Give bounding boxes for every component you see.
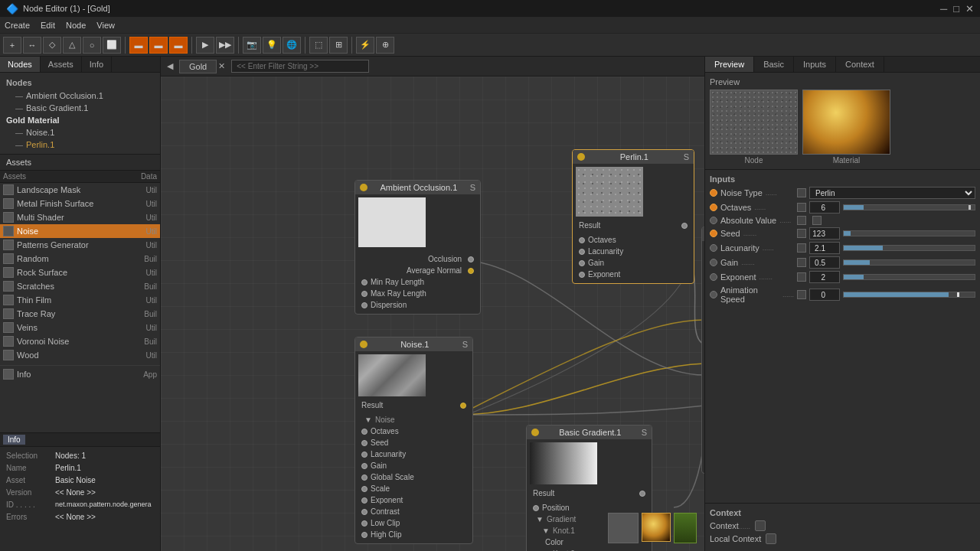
tab-context[interactable]: Context [836, 57, 884, 72]
menu-create[interactable]: Create [5, 21, 30, 30]
toolbar-scale[interactable]: △ [63, 37, 81, 54]
local-context-check[interactable] [766, 533, 776, 544]
toolbar-render2[interactable]: ▬ [149, 37, 168, 54]
toolbar-render3[interactable]: ▬ [169, 37, 188, 54]
anim-speed-check[interactable] [797, 290, 806, 299]
tab-info[interactable]: Info [82, 57, 112, 72]
toolbar-move[interactable]: ↔ [23, 37, 41, 54]
node-canvas[interactable]: Perlin.1 S Result Octaves [161, 77, 704, 551]
tree-item-ao[interactable]: — Ambient Occlusion.1 [0, 90, 160, 102]
anim-speed-input[interactable] [809, 289, 840, 301]
toolbar-rotate[interactable]: ○ [83, 37, 101, 54]
toolbar-render1[interactable]: ▬ [129, 37, 148, 54]
noise-node[interactable]: Noise.1 S Result ▼ Noise [354, 337, 473, 544]
thumb-3[interactable] [674, 513, 697, 543]
noise-globalscale-port[interactable] [361, 474, 368, 481]
menu-edit[interactable]: Edit [41, 21, 55, 30]
lacunarity-slider[interactable] [843, 245, 975, 251]
asset-voronoi[interactable]: Voronoi Noise Buil [0, 334, 160, 348]
toolbar-env[interactable]: 🌐 [283, 37, 301, 54]
noise-lowclip-port[interactable] [361, 520, 368, 527]
absolute-checkbox[interactable] [812, 216, 822, 225]
perlin-result-port[interactable] [681, 223, 688, 229]
close-button[interactable]: ✕ [965, 3, 974, 15]
info-tab[interactable]: Info [3, 435, 25, 445]
toolbar-add[interactable]: + [3, 37, 21, 54]
lacunarity-check[interactable] [797, 243, 806, 253]
perlin-node[interactable]: Perlin.1 S Result Octaves [572, 149, 694, 284]
absolute-check[interactable] [797, 216, 806, 225]
gain-input[interactable] [809, 256, 840, 269]
octaves-slider[interactable] [843, 204, 975, 210]
canvas-tab-gold[interactable]: Gold [179, 60, 217, 73]
asset-info[interactable]: Info App [0, 365, 160, 381]
asset-thin-film[interactable]: Thin Film Util [0, 293, 160, 307]
ao-occlusion-port[interactable] [468, 256, 474, 262]
minimize-button[interactable]: ─ [940, 3, 947, 15]
noise-gain-port[interactable] [361, 463, 368, 469]
noise-highclip-port[interactable] [361, 532, 368, 538]
toolbar-object[interactable]: ⬜ [103, 37, 121, 54]
menu-node[interactable]: Node [66, 21, 86, 30]
noise-result-port[interactable] [460, 403, 466, 409]
ao-dispersion-port[interactable] [361, 302, 368, 308]
toolbar-play[interactable]: ▶ [196, 37, 214, 54]
toolbar-align[interactable]: ⊕ [376, 37, 394, 54]
gradient-expand[interactable]: S [642, 428, 647, 437]
toolbar-snap[interactable]: ⚡ [356, 37, 374, 54]
asset-multi-shader[interactable]: Multi Shader Util [0, 210, 160, 224]
tab-inputs[interactable]: Inputs [794, 57, 836, 72]
octaves-input[interactable] [809, 201, 840, 214]
tab-nodes[interactable]: Nodes [0, 57, 41, 72]
thumb-2[interactable] [642, 513, 671, 542]
gradient-position-port[interactable] [533, 505, 539, 511]
seed-slider[interactable] [843, 230, 975, 236]
ao-expand[interactable]: S [470, 183, 475, 192]
noise-lacunarity-port[interactable] [361, 452, 368, 458]
tab-assets[interactable]: Assets [41, 57, 82, 72]
exponent-input[interactable] [809, 271, 840, 283]
exponent-slider[interactable] [843, 274, 975, 280]
noise-octaves-port[interactable] [361, 429, 368, 435]
perlin-expand[interactable]: S [684, 152, 689, 161]
asset-patterns[interactable]: Patterns Generator Util [0, 238, 160, 252]
perlin-gain-port[interactable] [579, 260, 585, 266]
asset-random[interactable]: Random Buil [0, 252, 160, 266]
menu-view[interactable]: View [96, 21, 115, 30]
asset-noise[interactable]: Noise Util [0, 224, 160, 238]
seed-check[interactable] [797, 229, 806, 238]
perlin-octaves-port[interactable] [579, 237, 585, 243]
noise-contrast-port[interactable] [361, 509, 368, 515]
asset-rock-surface[interactable]: Rock Surface Util [0, 266, 160, 279]
asset-scratches[interactable]: Scratches Buil [0, 279, 160, 293]
asset-metal-finish[interactable]: Metal Finish Surface Util [0, 197, 160, 210]
context-check[interactable] [755, 520, 766, 531]
toolbar-select[interactable]: ◇ [43, 37, 61, 54]
asset-veins[interactable]: Veins Util [0, 321, 160, 334]
canvas-filter-input[interactable] [231, 60, 369, 73]
maximize-button[interactable]: □ [953, 3, 959, 15]
noise-scale-port[interactable] [361, 486, 368, 492]
tree-item-gradient[interactable]: — Basic Gradient.1 [0, 102, 160, 114]
seed-input[interactable] [809, 227, 840, 240]
lacunarity-input[interactable] [809, 242, 840, 254]
exponent-check[interactable] [797, 272, 806, 282]
asset-wood[interactable]: Wood Util [0, 348, 160, 362]
asset-landscape-mask[interactable]: Landscape Mask Util [0, 183, 160, 197]
tree-item-noise[interactable]: — Noise.1 [0, 126, 160, 139]
thumb-1[interactable] [608, 513, 639, 543]
perlin-lacunarity-port[interactable] [579, 249, 585, 255]
tree-item-perlin[interactable]: — Perlin.1 [0, 139, 160, 151]
gold-node[interactable]: Gold Material S ▼ Base Base Color [701, 227, 704, 474]
tab-preview[interactable]: Preview [705, 57, 754, 72]
toolbar-light[interactable]: 💡 [263, 37, 281, 54]
ao-normal-port[interactable] [468, 268, 474, 274]
gain-slider[interactable] [843, 259, 975, 266]
anim-speed-slider[interactable] [843, 292, 975, 298]
noise-exponent-port[interactable] [361, 497, 368, 504]
asset-trace-ray[interactable]: Trace Ray Buil [0, 307, 160, 321]
tab-basic[interactable]: Basic [754, 57, 794, 72]
perlin-exponent-port[interactable] [579, 272, 585, 278]
toolbar-camera[interactable]: 📷 [243, 37, 261, 54]
noise-type-check[interactable] [797, 188, 806, 197]
